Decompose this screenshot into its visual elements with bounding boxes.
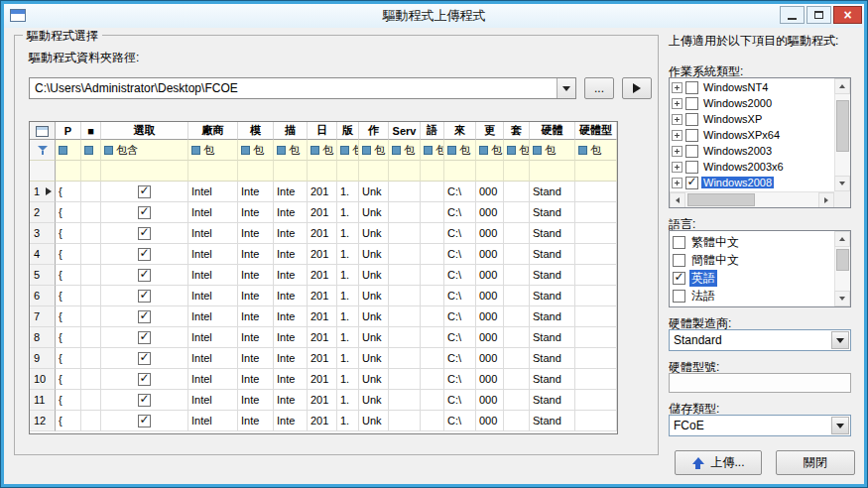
cell-ver[interactable]: 1. <box>337 390 359 411</box>
column-header-os[interactable]: 作 <box>359 122 389 140</box>
cell-os[interactable]: Unk <box>359 411 389 431</box>
row-select-checkbox[interactable] <box>138 310 151 323</box>
filter-input-p[interactable] <box>56 161 81 182</box>
cell-ver[interactable]: 1. <box>337 244 359 265</box>
filter-input-hw[interactable] <box>530 161 575 182</box>
cell-desc[interactable]: Inte <box>274 369 308 390</box>
filter-cell-upd[interactable]: 包 <box>476 140 504 161</box>
cell-lang[interactable] <box>421 306 444 327</box>
cell-date[interactable]: 201 <box>308 411 337 431</box>
close-dialog-button[interactable]: 關閉 <box>776 450 855 475</box>
cell-pkg[interactable] <box>504 286 530 306</box>
close-button[interactable]: × <box>833 6 862 24</box>
column-header-upd[interactable]: 更 <box>476 122 504 140</box>
os-checkbox[interactable] <box>685 161 698 174</box>
expand-plus-icon[interactable] <box>672 162 682 173</box>
column-header-src[interactable]: 來 <box>444 122 476 140</box>
filter-cell-date[interactable]: 包 <box>308 140 337 161</box>
os-tree-item[interactable]: WindowsXP <box>670 111 834 127</box>
cell-selall[interactable] <box>81 369 101 390</box>
column-header-hwmodel[interactable]: 硬體型 <box>575 122 617 140</box>
column-header-date[interactable]: 日 <box>308 122 337 140</box>
cell-os[interactable]: Unk <box>359 182 389 202</box>
cell-p[interactable]: { <box>56 327 81 348</box>
filter-input-selall[interactable] <box>81 161 101 182</box>
cell-lang[interactable] <box>421 202 444 223</box>
cell-vendor[interactable]: Intel <box>188 202 238 223</box>
cell-desc[interactable]: Inte <box>274 223 308 244</box>
cell-date[interactable]: 201 <box>308 182 337 202</box>
cell-date[interactable]: 201 <box>308 223 337 244</box>
hw-vendor-dropdown-button[interactable] <box>831 331 849 349</box>
cell-src[interactable]: C:\ <box>444 265 476 286</box>
scroll-thumb[interactable] <box>687 193 755 206</box>
cell-hw[interactable]: Stand <box>530 223 575 244</box>
cell-model[interactable]: Inte <box>238 369 274 390</box>
column-header-serv[interactable]: Serv <box>389 122 421 140</box>
cell-serv[interactable] <box>389 411 421 431</box>
scroll-left-button[interactable] <box>670 192 685 208</box>
os-tree-vscrollbar[interactable] <box>834 78 850 191</box>
filter-input-date[interactable] <box>308 161 337 182</box>
scroll-right-button[interactable] <box>818 192 834 208</box>
cell-model[interactable]: Inte <box>238 306 274 327</box>
filter-input-serv[interactable] <box>389 161 421 182</box>
language-checkbox[interactable] <box>673 236 685 249</box>
cell-serv[interactable] <box>389 265 421 286</box>
cell-hw[interactable]: Stand <box>530 202 575 223</box>
cell-hw[interactable]: Stand <box>530 348 575 369</box>
language-item[interactable]: 英語 <box>670 269 834 287</box>
cell-rowheader[interactable]: 12 <box>30 411 56 431</box>
cell-os[interactable]: Unk <box>359 223 389 244</box>
cell-selall[interactable] <box>81 306 101 327</box>
os-tree-item[interactable]: WindowsNT4 <box>670 79 834 95</box>
cell-p[interactable]: { <box>56 348 81 369</box>
cell-serv[interactable] <box>389 223 421 244</box>
cell-select[interactable] <box>101 286 188 306</box>
cell-upd[interactable]: 000 <box>476 202 504 223</box>
column-header-pkg[interactable]: 套 <box>504 122 530 140</box>
cell-desc[interactable]: Inte <box>274 265 308 286</box>
cell-os[interactable]: Unk <box>359 390 389 411</box>
cell-upd[interactable]: 000 <box>476 182 504 202</box>
cell-model[interactable]: Inte <box>238 223 274 244</box>
cell-lang[interactable] <box>421 390 444 411</box>
hw-vendor-value[interactable]: Standard <box>670 330 830 350</box>
cell-src[interactable]: C:\ <box>444 182 476 202</box>
cell-selall[interactable] <box>81 348 101 369</box>
cell-desc[interactable]: Inte <box>274 411 308 431</box>
cell-vendor[interactable]: Intel <box>188 182 238 202</box>
cell-ver[interactable]: 1. <box>337 202 359 223</box>
cell-upd[interactable]: 000 <box>476 223 504 244</box>
cell-hw[interactable]: Stand <box>530 265 575 286</box>
filter-cell-pkg[interactable]: 包 <box>504 140 530 161</box>
cell-desc[interactable]: Inte <box>274 286 308 306</box>
filter-cell-ver[interactable]: 包 <box>337 140 359 161</box>
cell-upd[interactable]: 000 <box>476 369 504 390</box>
filter-input-os[interactable] <box>359 161 389 182</box>
cell-pkg[interactable] <box>504 327 530 348</box>
cell-selall[interactable] <box>81 286 101 306</box>
expand-plus-icon[interactable] <box>672 114 682 125</box>
cell-vendor[interactable]: Intel <box>188 244 238 265</box>
cell-src[interactable]: C:\ <box>444 348 476 369</box>
cell-src[interactable]: C:\ <box>444 411 476 431</box>
cell-date[interactable]: 201 <box>308 348 337 369</box>
cell-vendor[interactable]: Intel <box>188 390 238 411</box>
os-checkbox[interactable] <box>685 97 698 110</box>
cell-date[interactable]: 201 <box>308 265 337 286</box>
cell-upd[interactable]: 000 <box>476 348 504 369</box>
column-header-selall[interactable]: ■ <box>81 122 101 140</box>
row-select-checkbox[interactable] <box>138 352 151 365</box>
cell-selall[interactable] <box>81 223 101 244</box>
cell-p[interactable]: { <box>56 286 81 306</box>
cell-select[interactable] <box>101 411 188 431</box>
cell-hw[interactable]: Stand <box>530 306 575 327</box>
column-header-ver[interactable]: 版 <box>337 122 359 140</box>
cell-os[interactable]: Unk <box>359 265 389 286</box>
cell-pkg[interactable] <box>504 411 530 431</box>
cell-pkg[interactable] <box>504 265 530 286</box>
storage-type-value[interactable]: FCoE <box>670 416 830 435</box>
cell-ver[interactable]: 1. <box>337 327 359 348</box>
cell-serv[interactable] <box>389 327 421 348</box>
